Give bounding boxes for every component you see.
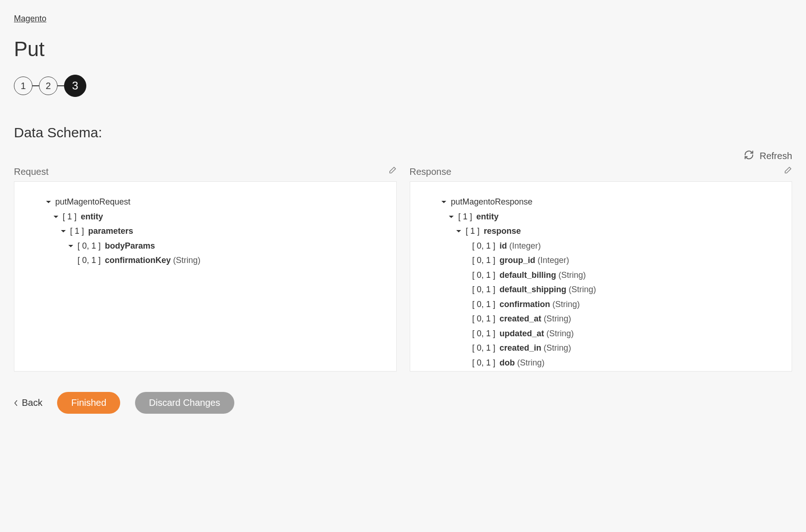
step-connector — [58, 85, 64, 86]
tree-range: [ 0, 1 ] — [472, 341, 496, 356]
tree-node-label: default_billing — [500, 268, 556, 283]
stepper: 1 2 3 — [14, 75, 792, 97]
section-title: Data Schema: — [14, 125, 792, 141]
tree-range: [ 0, 1 ] — [472, 253, 496, 268]
tree-range: [ 1 ] — [63, 210, 77, 224]
tree-field[interactable]: [ 0, 1 ] dob (String) — [419, 356, 783, 371]
chevron-down-icon[interactable] — [440, 199, 448, 205]
tree-range: [ 0, 1 ] — [472, 268, 496, 283]
tree-node-label[interactable]: entity — [81, 210, 103, 224]
tree-type: (String) — [569, 282, 596, 297]
tree-range: [ 1 ] — [70, 224, 84, 239]
tree-node-label[interactable]: response — [484, 224, 521, 239]
finished-button[interactable]: Finished — [57, 392, 120, 414]
tree-type: (String) — [544, 312, 571, 327]
response-label: Response — [410, 167, 451, 177]
tree-range: [ 0, 1 ] — [472, 327, 496, 341]
tree-type: (String) — [559, 268, 586, 283]
tree-range: [ 1 ] — [458, 210, 472, 224]
response-panel: Response putMagentoResponse [ 1 ] entity — [410, 166, 793, 372]
tree-type: (Integer) — [509, 239, 541, 254]
tree-field[interactable]: [ 0, 1 ] id (Integer) — [419, 239, 783, 254]
tree-node-label: updated_at — [500, 327, 544, 341]
tree-range: [ 1 ] — [466, 224, 480, 239]
tree-node-label: id — [500, 239, 507, 254]
tree-field[interactable]: [ 0, 1 ] updated_at (String) — [419, 327, 783, 341]
step-3[interactable]: 3 — [64, 75, 86, 97]
tree-node-label: created_in — [500, 341, 542, 356]
tree-range: [ 0, 1 ] — [472, 312, 496, 327]
tree-type: (String) — [517, 356, 545, 371]
tree-range: [ 0, 1 ] — [472, 356, 496, 371]
breadcrumb[interactable]: Magento — [14, 14, 46, 23]
tree-range: [ 0, 1 ] — [472, 297, 496, 312]
request-tree: putMagentoRequest [ 1 ] entity [ 1 ] par… — [14, 181, 397, 372]
tree-type: (Integer) — [538, 253, 569, 268]
step-1[interactable]: 1 — [14, 77, 32, 95]
schema-panels: Request putMagentoRequest [ 1 ] entity — [14, 166, 792, 372]
tree-node-label[interactable]: parameters — [88, 224, 133, 239]
footer: Back Finished Discard Changes — [14, 392, 792, 414]
tree-node-label[interactable]: entity — [477, 210, 499, 224]
tree-node-label[interactable]: putMagentoRequest — [55, 195, 130, 210]
request-panel: Request putMagentoRequest [ 1 ] entity — [14, 166, 397, 372]
chevron-down-icon[interactable] — [447, 214, 456, 220]
edit-response-button[interactable] — [783, 166, 792, 178]
tree-range: [ 0, 1 ] — [472, 282, 496, 297]
tree-field[interactable]: [ 0, 1 ] created_in (String) — [419, 341, 783, 356]
back-label: Back — [22, 397, 42, 408]
tree-node-label: group_id — [500, 253, 535, 268]
tree-range: [ 0, 1 ] — [472, 239, 496, 254]
chevron-down-icon[interactable] — [66, 243, 75, 249]
tree-range: [ 0, 1 ] — [77, 253, 101, 268]
back-button[interactable]: Back — [14, 397, 42, 408]
response-tree: putMagentoResponse [ 1 ] entity [ 1 ] re… — [410, 181, 793, 372]
chevron-down-icon[interactable] — [44, 199, 52, 205]
refresh-icon — [744, 150, 754, 162]
tree-type: (String) — [553, 297, 580, 312]
chevron-down-icon[interactable] — [59, 228, 67, 234]
tree-node-label: default_shipping — [500, 282, 567, 297]
tree-type: (String) — [547, 327, 574, 341]
tree-type: (String) — [544, 341, 571, 356]
tree-node-label: created_at — [500, 312, 542, 327]
tree-field[interactable]: [ 0, 1 ] created_at (String) — [419, 312, 783, 327]
edit-request-button[interactable] — [387, 166, 397, 178]
tree-node-label[interactable]: putMagentoResponse — [451, 195, 533, 210]
tree-field[interactable]: [ 0, 1 ] default_shipping (String) — [419, 282, 783, 297]
tree-node-label[interactable]: bodyParams — [105, 239, 155, 254]
tree-range: [ 0, 1 ] — [77, 239, 101, 254]
tree-field[interactable]: [ 0, 1 ] default_billing (String) — [419, 268, 783, 283]
tree-node-label: confirmation — [500, 297, 550, 312]
page-title: Put — [14, 38, 792, 61]
refresh-button[interactable]: Refresh — [14, 150, 792, 162]
discard-button[interactable]: Discard Changes — [135, 392, 234, 414]
chevron-down-icon[interactable] — [455, 228, 463, 234]
tree-field[interactable]: [ 0, 1 ] confirmation (String) — [419, 297, 783, 312]
tree-type: (String) — [173, 253, 200, 268]
tree-node-label: dob — [500, 356, 515, 371]
refresh-label: Refresh — [760, 151, 792, 161]
tree-field[interactable]: [ 0, 1 ] group_id (Integer) — [419, 253, 783, 268]
step-connector — [32, 85, 39, 86]
request-label: Request — [14, 167, 49, 177]
step-2[interactable]: 2 — [39, 77, 58, 95]
chevron-down-icon[interactable] — [52, 214, 60, 220]
tree-node-label[interactable]: confirmationKey — [105, 253, 171, 268]
